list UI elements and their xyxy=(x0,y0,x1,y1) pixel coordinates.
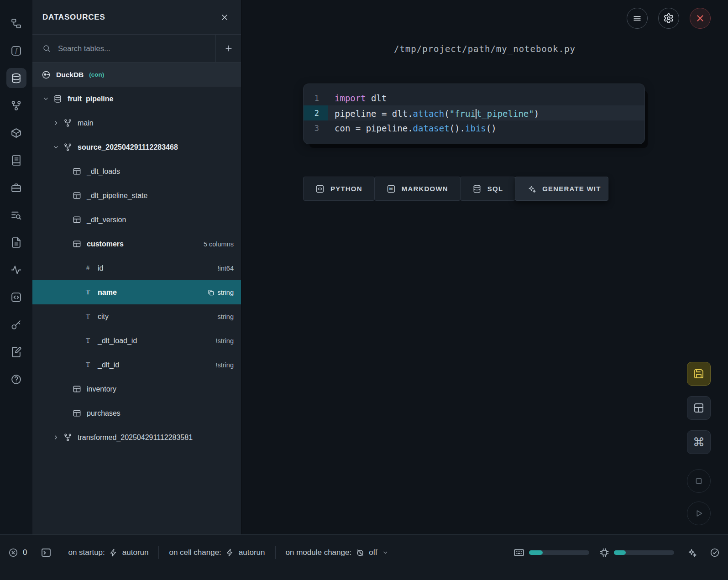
add-python-cell-button[interactable]: PYTHON xyxy=(303,177,375,201)
status-bar: 0 on startup: autorun on cell change: au… xyxy=(0,534,728,580)
tree-item-column-dlt-id[interactable]: T _dlt_id !string xyxy=(32,353,241,377)
rail-item-dependencies[interactable] xyxy=(6,95,26,115)
tree-item-schema-transformed[interactable]: transformed_202504291112283581 xyxy=(32,425,241,449)
button-label: GENERATE WIT xyxy=(542,185,601,193)
tree-item-table-inventory[interactable]: inventory xyxy=(32,377,241,401)
rail-item-documentation[interactable] xyxy=(6,150,26,170)
connection-duckdb[interactable]: DuckDB (con) xyxy=(32,63,241,87)
rail-item-functions[interactable] xyxy=(6,41,26,61)
search-tables-input[interactable] xyxy=(57,44,215,53)
rail-item-toolbox[interactable] xyxy=(6,178,26,198)
search-field-wrap xyxy=(32,35,215,62)
tree-label: purchases xyxy=(87,409,120,418)
text-type-icon: T xyxy=(84,288,92,296)
stop-button[interactable] xyxy=(687,469,711,493)
run-button[interactable] xyxy=(687,502,711,525)
resource-slider[interactable] xyxy=(614,550,674,555)
markdown-box-icon xyxy=(387,184,396,193)
table-icon xyxy=(73,409,81,418)
setting-label: on module change: xyxy=(286,548,352,557)
file-icon xyxy=(10,237,22,248)
tree-item-column-city[interactable]: T city string xyxy=(32,304,241,329)
tree-item-table-dlt-loads[interactable]: _dlt_loads xyxy=(32,159,241,183)
tree-item-column-id[interactable]: # id !int64 xyxy=(32,256,241,280)
rail-item-logs[interactable] xyxy=(6,205,26,225)
tree-item-table-dlt-pipeline-state[interactable]: _dlt_pipeline_state xyxy=(32,183,241,208)
connection-alias: (con) xyxy=(89,71,104,78)
copy-icon[interactable] xyxy=(207,289,215,296)
rail-item-help[interactable] xyxy=(6,369,26,389)
button-label: PYTHON xyxy=(330,185,362,193)
sparkles-icon[interactable] xyxy=(687,548,697,558)
panel-header: DATASOURCES xyxy=(32,0,241,35)
tree-label: transformed_202504291112283581 xyxy=(78,434,193,442)
column-type: !int64 xyxy=(218,265,234,272)
number-type-icon: # xyxy=(84,264,92,272)
datasource-tree: fruit_pipeline main source_2025042911122… xyxy=(32,87,241,534)
datasources-panel: DATASOURCES DuckDB (con) fruit_pi xyxy=(32,0,241,534)
tree-item-database-fruit-pipeline[interactable]: fruit_pipeline xyxy=(32,87,241,111)
layout-icon xyxy=(693,402,704,413)
rail-item-datasources[interactable] xyxy=(6,68,26,88)
file-tree-icon xyxy=(10,18,22,29)
code-token: ) xyxy=(534,109,539,119)
zap-icon xyxy=(226,549,234,557)
add-datasource-button[interactable] xyxy=(215,35,241,62)
list-search-icon xyxy=(10,209,22,221)
command-palette-button[interactable]: ⌘ xyxy=(687,430,711,454)
tree-item-column-name[interactable]: T name string xyxy=(32,280,241,304)
tree-label: main xyxy=(78,119,94,127)
rail-item-packages[interactable] xyxy=(6,123,26,143)
rail-item-secrets[interactable] xyxy=(6,314,26,334)
layout-toggle-button[interactable] xyxy=(687,396,711,420)
code-token-function: attach xyxy=(413,109,445,119)
column-name: _dlt_load_id xyxy=(98,337,137,345)
workflow-icon xyxy=(10,100,22,111)
add-markdown-cell-button[interactable]: MARKDOWN xyxy=(374,177,461,201)
tree-item-table-customers[interactable]: customers 5 columns xyxy=(32,232,241,256)
column-name: _dlt_id xyxy=(98,361,119,369)
setting-value: autorun xyxy=(239,548,265,557)
close-icon xyxy=(220,13,229,22)
rail-item-tracing[interactable] xyxy=(6,260,26,280)
table-icon xyxy=(73,215,81,224)
column-count: 5 columns xyxy=(204,240,234,248)
play-icon xyxy=(694,508,704,518)
on-cell-change-setting[interactable]: on cell change: autorun xyxy=(159,548,275,557)
keyboard-slider[interactable] xyxy=(529,550,589,555)
save-button[interactable] xyxy=(687,362,711,386)
generate-with-ai-button[interactable]: GENERATE WIT xyxy=(515,177,608,201)
code-token-keyword: import xyxy=(335,93,366,103)
rail-item-snippets[interactable] xyxy=(6,287,26,307)
on-startup-setting[interactable]: on startup: autorun xyxy=(58,548,158,557)
duckdb-logo-icon xyxy=(42,70,51,79)
tree-item-table-dlt-version[interactable]: _dlt_version xyxy=(32,208,241,232)
chip-icon xyxy=(599,548,609,558)
errors-indicator[interactable]: 0 xyxy=(8,548,27,558)
settings-button[interactable] xyxy=(658,8,679,29)
tree-item-schema-main[interactable]: main xyxy=(32,111,241,135)
terminal-toggle[interactable] xyxy=(41,547,52,558)
setting-value: autorun xyxy=(122,548,149,557)
setting-value: off xyxy=(369,548,377,557)
close-panel-button[interactable] xyxy=(220,13,229,22)
button-label: MARKDOWN xyxy=(402,185,448,193)
check-circle-icon[interactable] xyxy=(710,548,720,558)
on-module-change-setting[interactable]: on module change: off xyxy=(276,548,398,557)
rail-item-notebook-pen[interactable] xyxy=(6,342,26,362)
code-token-string: t_pipeline" xyxy=(477,109,534,119)
tree-item-schema-source[interactable]: source_202504291112283468 xyxy=(32,135,241,159)
menu-button[interactable] xyxy=(627,8,648,29)
text-cursor xyxy=(476,109,477,119)
status-right-cluster xyxy=(513,547,720,558)
code-cell[interactable]: 1 import dlt 2 pipeline = dlt.attach("fr… xyxy=(303,84,645,144)
code-token: con = pipeline. xyxy=(335,123,413,133)
command-icon: ⌘ xyxy=(693,436,705,448)
database-icon xyxy=(472,184,482,193)
tree-item-column-dlt-load-id[interactable]: T _dlt_load_id !string xyxy=(32,329,241,353)
rail-item-scratchpad[interactable] xyxy=(6,232,26,252)
add-sql-cell-button[interactable]: SQL xyxy=(460,177,515,201)
rail-item-file-tree[interactable] xyxy=(6,13,26,33)
tree-item-table-purchases[interactable]: purchases xyxy=(32,401,241,425)
code-token-function: ibis xyxy=(465,123,486,133)
